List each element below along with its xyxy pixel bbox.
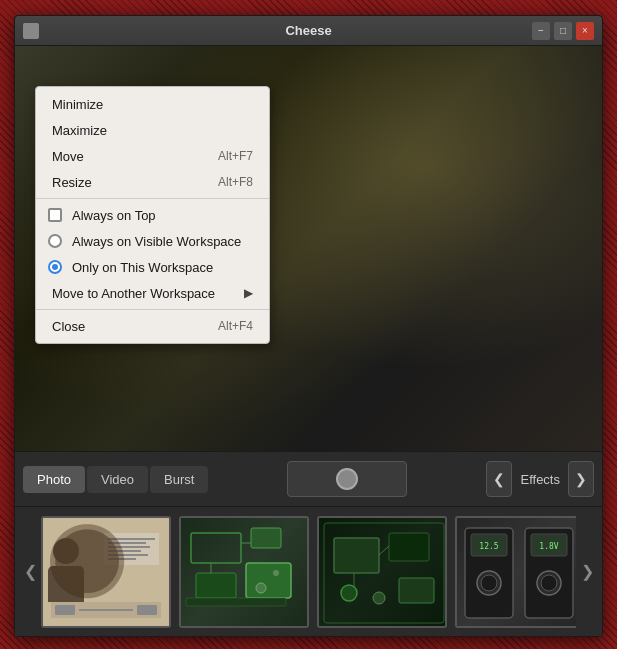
svg-rect-11 — [389, 533, 429, 561]
thumbnails-next-button[interactable]: ❯ — [576, 507, 598, 636]
maximize-button[interactable]: □ — [554, 22, 572, 40]
svg-point-21 — [481, 575, 497, 591]
radio-checked-icon — [48, 260, 62, 274]
close-button[interactable]: × — [576, 22, 594, 40]
titlebar: Cheese − □ × — [15, 16, 602, 46]
thumbnails-prev-button[interactable]: ❮ — [19, 507, 41, 636]
menu-item-always-on-top[interactable]: Always on Top — [36, 202, 269, 228]
thumbnails-container: 12.5 1.8V — [41, 508, 576, 636]
thumbnail-1[interactable] — [41, 516, 171, 628]
window-controls: − □ × — [532, 22, 594, 40]
thumbnail-2[interactable] — [179, 516, 309, 628]
svg-line-15 — [379, 546, 389, 555]
checkbox-always-on-top — [46, 206, 64, 224]
thumbnail-person — [43, 518, 169, 626]
svg-rect-14 — [399, 578, 434, 603]
app-icon — [23, 23, 39, 39]
svg-rect-8 — [186, 598, 286, 606]
effects-prev-button[interactable]: ❮ — [486, 461, 512, 497]
tab-photo[interactable]: Photo — [23, 466, 85, 493]
menu-item-only-this[interactable]: Only on This Workspace — [36, 254, 269, 280]
svg-rect-10 — [334, 538, 379, 573]
window-title: Cheese — [285, 23, 331, 38]
minimize-button[interactable]: − — [532, 22, 550, 40]
thumbnail-4[interactable]: 12.5 1.8V — [455, 516, 576, 628]
svg-rect-2 — [196, 573, 236, 598]
svg-text:12.5: 12.5 — [479, 542, 498, 551]
radio-always-visible — [46, 232, 64, 250]
effects-area: ❮ Effects ❯ — [486, 461, 594, 497]
menu-item-minimize[interactable]: Minimize — [36, 91, 269, 117]
menu-item-maximize[interactable]: Maximize — [36, 117, 269, 143]
menu-separator-1 — [36, 198, 269, 199]
capture-icon — [336, 468, 358, 490]
svg-point-6 — [256, 583, 266, 593]
radio-unchecked-icon — [48, 234, 62, 248]
tab-burst[interactable]: Burst — [150, 466, 208, 493]
app-window: Cheese − □ × Minimize Maximize Move Alt+… — [14, 15, 603, 637]
svg-rect-0 — [191, 533, 241, 563]
menu-item-close[interactable]: Close Alt+F4 — [36, 313, 269, 339]
effects-next-button[interactable]: ❯ — [568, 461, 594, 497]
bottom-bar: Photo Video Burst ❮ Effects ❯ — [15, 451, 602, 506]
checkbox-unchecked-icon — [48, 208, 62, 222]
menu-item-move[interactable]: Move Alt+F7 — [36, 143, 269, 169]
tab-video[interactable]: Video — [87, 466, 148, 493]
svg-rect-3 — [246, 563, 291, 598]
svg-rect-1 — [251, 528, 281, 548]
mode-tabs: Photo Video Burst — [23, 466, 208, 493]
svg-text:1.8V: 1.8V — [539, 542, 558, 551]
capture-button[interactable] — [287, 461, 407, 497]
thumbnail-3[interactable] — [317, 516, 447, 628]
svg-point-12 — [341, 585, 357, 601]
menu-item-resize[interactable]: Resize Alt+F8 — [36, 169, 269, 195]
radio-only-this — [46, 258, 64, 276]
thumbnails-bar: ❮ — [15, 506, 602, 636]
svg-point-26 — [541, 575, 557, 591]
effects-label: Effects — [516, 472, 564, 487]
svg-point-7 — [273, 570, 279, 576]
menu-item-always-visible[interactable]: Always on Visible Workspace — [36, 228, 269, 254]
context-menu: Minimize Maximize Move Alt+F7 Resize Alt… — [35, 86, 270, 344]
menu-separator-2 — [36, 309, 269, 310]
svg-point-13 — [373, 592, 385, 604]
menu-item-move-workspace[interactable]: Move to Another Workspace ▶ — [36, 280, 269, 306]
camera-view: Minimize Maximize Move Alt+F7 Resize Alt… — [15, 46, 602, 451]
